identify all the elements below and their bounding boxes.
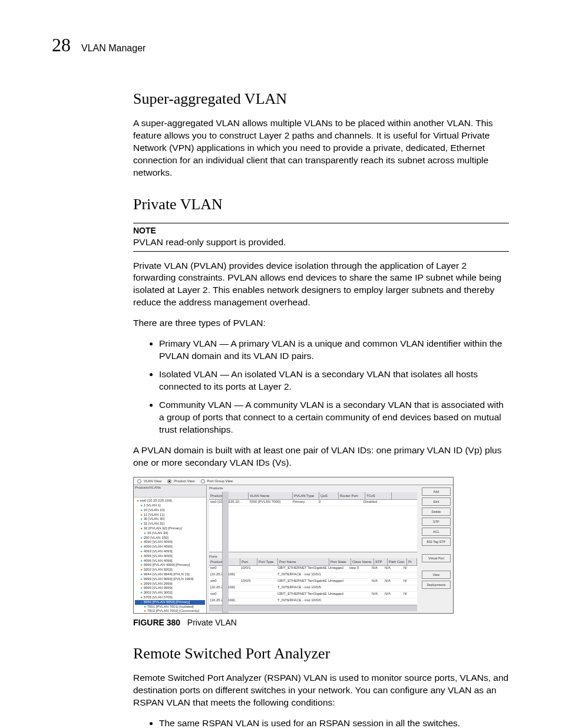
tree-item[interactable]: ▸ 4093 [VLAN 4093] xyxy=(135,549,205,554)
tree-item[interactable]: ▸ 9944 [VLAN 9944] [PVLN 13] xyxy=(135,572,205,577)
cell xyxy=(348,585,371,591)
heading-remote-switched-port-analyzer: Remote Switched Port Analyzer xyxy=(133,645,509,663)
radio-vlan-view[interactable] xyxy=(137,479,141,483)
table-row[interactable]: sw010/0/1GBIT_ETHERNET TenGigabitEtheUnt… xyxy=(209,566,417,572)
cell: N/ xyxy=(402,579,412,585)
paragraph: Private VLAN (PVLAN) provides device iso… xyxy=(133,260,509,309)
tree-item[interactable]: ▸ 10 [VLAN 10] xyxy=(135,508,205,513)
list-item: The same RSPAN VLAN is used for an RSPAN… xyxy=(159,717,509,728)
cell: N/A xyxy=(371,592,384,598)
heading-super-aggregated-vlan: Super-aggregated VLAN xyxy=(133,90,509,108)
paragraph: A PVLAN domain is built with at least on… xyxy=(133,444,509,469)
radio-product-view[interactable] xyxy=(167,479,171,483)
column-header[interactable]: Path Cost xyxy=(388,558,407,565)
cell: N/A xyxy=(384,579,402,585)
tree-item[interactable]: ▸ 34 [VLAN 34] xyxy=(135,531,205,536)
column-header[interactable]: STP xyxy=(374,558,388,565)
table-row[interactable]: sw0GBIT_ETHERNET TenGigabitEtheUntaggedN… xyxy=(209,592,417,598)
tree-item[interactable]: ▸ 7002 [PVLAN 7002] [Community] xyxy=(135,609,205,614)
cell xyxy=(348,572,371,578)
delete-button[interactable]: Delete xyxy=(422,508,451,516)
column-header[interactable]: Router Port xyxy=(339,492,365,499)
tree-item[interactable]: ▸ 30 [VLAN 30] xyxy=(135,517,205,522)
cell xyxy=(327,585,348,591)
cell: T_INTERFACE - intd 10/0/0 xyxy=(276,598,327,604)
horizontal-scrollbar[interactable] xyxy=(209,605,417,611)
tree-item[interactable]: ▸ 4095 [VLAN 4095] xyxy=(135,554,205,559)
cell xyxy=(327,598,348,604)
column-header[interactable]: Port State xyxy=(329,558,351,565)
column-header[interactable]: TCvS xyxy=(365,492,392,499)
802-tag-stp-button[interactable]: 802 Tag STP xyxy=(422,538,451,546)
column-header[interactable]: Pr xyxy=(407,558,417,565)
cell xyxy=(348,598,371,604)
virtual-port-button[interactable]: Virtual Port xyxy=(422,554,451,562)
column-header[interactable]: Port Type xyxy=(257,558,278,565)
deployments-button[interactable]: Deployments xyxy=(422,581,451,589)
cell xyxy=(240,598,256,604)
list-item: Community VLAN — A community VLAN is a s… xyxy=(159,399,509,436)
tree-item[interactable]: ▸ 250 [VLAN 250] xyxy=(135,536,205,541)
table-row[interactable]: [10.25.225.199]T_INTERFACE - intd 10/0/5 xyxy=(209,585,417,592)
tree-item[interactable]: ▸ 4090 [VLAN 4090] xyxy=(135,545,205,549)
cell xyxy=(256,579,276,585)
heading-private-vlan: Private VLAN xyxy=(133,196,509,213)
note-body: PVLAN read-only support is provided. xyxy=(133,236,509,249)
tree-item[interactable]: ▸ 31 [VLAN 31] xyxy=(135,522,205,526)
edit-button[interactable]: Edit xyxy=(422,498,451,506)
cell xyxy=(384,598,402,604)
view-button[interactable]: View xyxy=(422,571,451,579)
tree-scrollbar[interactable] xyxy=(222,492,229,613)
column-header[interactable]: Class Name xyxy=(351,558,374,565)
cell xyxy=(336,500,362,506)
column-header[interactable]: Port Name xyxy=(278,558,329,565)
note-label: NOTE xyxy=(133,226,509,235)
tree-item[interactable]: ▸ 4090 [VLAN 4090] xyxy=(135,540,205,545)
tree-item[interactable]: ▸ 11 [VLAN 11] xyxy=(135,513,205,518)
tree-item[interactable]: ▸ 9999 [VLAN 9999] xyxy=(135,586,205,591)
tree-item[interactable]: ▸ 5705 [VLAN 5705] xyxy=(135,595,205,600)
products-grid[interactable]: ProductVLAN NamePVLAN TypeQoSRouter Port… xyxy=(209,492,417,552)
cell xyxy=(240,592,256,598)
tree-item[interactable]: ▸ 2999 [VLAN 2999] xyxy=(135,582,205,587)
tree-item[interactable]: ▸ 5050 [PVLAN 5050] [Primary] xyxy=(135,600,205,605)
acl-button[interactable]: ACL xyxy=(422,528,451,536)
add-button[interactable]: Add xyxy=(422,487,451,496)
column-header[interactable]: Port xyxy=(240,558,257,565)
cell: GBIT_ETHERNET TenGigabitEthe xyxy=(276,566,327,572)
cell xyxy=(402,598,412,604)
tree-item[interactable]: ▸ 9999 [VLAN 9999] [PVLN 1999] xyxy=(135,577,205,582)
tree-item[interactable]: ▸ 9999 [PVLAN 4999] [Primary] xyxy=(135,563,205,568)
figure-tree-panel[interactable]: Products/VLANs ▸ sw0 [10.25.225.199]▸ 1 … xyxy=(134,485,207,614)
tree-item[interactable]: ▸ 7001 [PVLAN 7001] [Isolated] xyxy=(135,605,205,610)
column-header[interactable]: PVLAN Type xyxy=(293,492,319,499)
tree-item[interactable]: ▸ 4096 [VLAN 4096] xyxy=(135,559,205,564)
paragraph: There are three types of PVLAN: xyxy=(133,317,509,330)
list-item: Isolated VLAN — An isolated VLAN is a se… xyxy=(159,368,509,393)
column-header[interactable]: QoS xyxy=(319,492,339,499)
cell xyxy=(348,579,371,585)
cell xyxy=(240,572,256,578)
cell: step 0 xyxy=(348,566,371,572)
table-row[interactable]: [10.25.225.199]T_INTERFACE - intd 10/0/1 xyxy=(209,572,417,579)
cell: N/A xyxy=(384,592,402,598)
column-header[interactable]: Product xyxy=(209,492,249,499)
radio-port-group-view[interactable] xyxy=(201,479,205,483)
ports-grid[interactable]: ProductPortPort TypePort NamePort StateC… xyxy=(209,558,417,611)
table-row[interactable]: [10.25.225.199]T_INTERFACE - intd 10/0/0 xyxy=(209,598,417,605)
stp-button[interactable]: STP xyxy=(422,518,451,526)
bullet-list: The same RSPAN VLAN is used for an RSPAN… xyxy=(133,717,509,728)
tree-item[interactable]: ▸ 3202 [VLAN 3202] xyxy=(135,568,205,572)
tree-item[interactable]: ▸ sw0 [10.25.225.199] xyxy=(135,499,205,503)
tree-item[interactable]: ▸ 1 [VLAN 1] xyxy=(135,503,205,508)
tree-item[interactable]: ▸ 3002 [VLAN 3002] xyxy=(135,591,205,595)
table-row[interactable]: sw010/0/5GBIT_ETHERNET TenGigabitEtheUnt… xyxy=(209,579,417,585)
column-header[interactable]: VLAN Name xyxy=(249,492,293,499)
cell xyxy=(256,598,276,604)
note-block: NOTE PVLAN read-only support is provided… xyxy=(133,223,509,252)
cell: GBIT_ETHERNET TenGigabitEthe xyxy=(276,579,327,585)
cell: N/A xyxy=(371,566,384,572)
cell: N/A xyxy=(371,579,384,585)
cell xyxy=(327,572,348,578)
tree-item[interactable]: ▸ 32 [PVLAN 32] [Primary] xyxy=(135,526,205,531)
